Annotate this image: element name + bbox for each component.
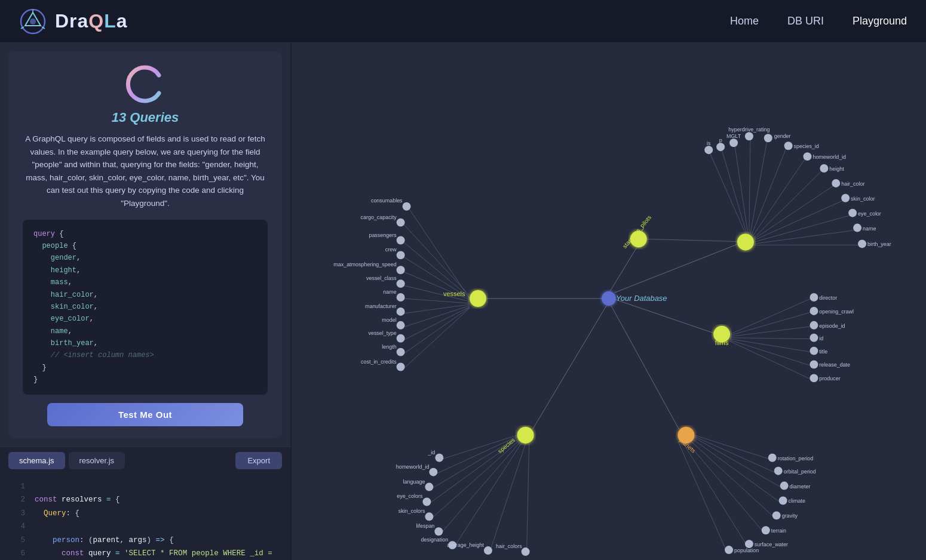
svg-point-40 xyxy=(397,334,405,343)
svg-text:homeworld_id: homeworld_id xyxy=(396,464,430,470)
tab-resolver[interactable]: resolver.js xyxy=(69,452,125,469)
svg-point-34 xyxy=(397,307,405,316)
logo-area: DraQLa xyxy=(19,8,730,35)
svg-point-160 xyxy=(779,496,787,504)
logo-icon xyxy=(19,8,47,35)
nav-db-uri[interactable]: DB URI xyxy=(787,15,824,27)
svg-point-58 xyxy=(810,321,818,330)
svg-point-55 xyxy=(810,307,818,315)
svg-text:manufacturer: manufacturer xyxy=(365,303,397,309)
svg-point-169 xyxy=(745,540,753,548)
svg-point-75 xyxy=(737,234,754,251)
svg-text:name: name xyxy=(863,226,876,232)
svg-point-43 xyxy=(397,348,405,356)
svg-point-7 xyxy=(602,291,616,306)
svg-text:terrain: terrain xyxy=(771,528,786,534)
nav-home[interactable]: Home xyxy=(730,15,759,27)
svg-text:_id: _id xyxy=(427,450,435,456)
svg-point-163 xyxy=(772,511,781,519)
svg-text:eye_colors: eye_colors xyxy=(397,493,423,499)
svg-text:vessel_class: vessel_class xyxy=(366,275,397,281)
svg-point-85 xyxy=(729,139,738,147)
svg-point-79 xyxy=(704,146,713,154)
svg-point-172 xyxy=(725,546,733,554)
svg-text:p: p xyxy=(719,137,722,143)
svg-text:cargo_capacity: cargo_capacity xyxy=(361,214,397,220)
svg-text:birth_year: birth_year xyxy=(867,241,891,247)
svg-text:population: population xyxy=(734,547,759,553)
svg-text:skin_color: skin_color xyxy=(851,196,875,202)
export-button[interactable]: Export xyxy=(235,452,282,469)
svg-text:gravity: gravity xyxy=(782,513,798,519)
code-editor: 1 2const resolvers = { 3 Query: { 4 5 pe… xyxy=(0,474,290,560)
left-panel: 13 Queries A GraphQL query is composed o… xyxy=(0,43,292,560)
svg-text:consumables: consumables xyxy=(371,198,403,204)
svg-point-94 xyxy=(784,141,793,150)
svg-point-13 xyxy=(403,202,411,211)
svg-point-124 xyxy=(429,468,437,476)
svg-text:is: is xyxy=(707,140,711,146)
svg-point-91 xyxy=(764,134,772,142)
graph-svg: Your Database vessels consumables cargo_… xyxy=(292,43,926,560)
svg-point-142 xyxy=(484,546,492,555)
tabs-row: schema.js resolver.js Export xyxy=(0,447,290,474)
test-me-out-button[interactable]: Test Me Out xyxy=(47,403,243,426)
svg-text:id: id xyxy=(819,336,823,341)
svg-text:Your Database: Your Database xyxy=(616,294,667,303)
nav-playground[interactable]: Playground xyxy=(853,15,907,27)
svg-point-88 xyxy=(745,132,753,140)
info-title: 13 Queries xyxy=(112,110,179,125)
code-example: query { people { gender, height, mass, h… xyxy=(23,220,268,395)
svg-text:language: language xyxy=(403,479,425,485)
svg-point-109 xyxy=(848,209,857,217)
graph-panel: Your Database vessels consumables cargo_… xyxy=(292,43,926,560)
tab-schema[interactable]: schema.js xyxy=(8,452,65,469)
svg-text:release_date: release_date xyxy=(819,362,850,368)
svg-text:passengers: passengers xyxy=(369,232,397,238)
svg-point-37 xyxy=(397,321,405,330)
svg-point-61 xyxy=(810,334,818,342)
svg-point-25 xyxy=(397,266,405,274)
svg-text:climate: climate xyxy=(789,498,805,504)
svg-text:producer: producer xyxy=(819,376,840,381)
svg-point-166 xyxy=(762,526,770,534)
svg-point-103 xyxy=(832,179,840,187)
svg-point-145 xyxy=(522,547,530,556)
svg-point-127 xyxy=(425,483,433,491)
svg-text:films: films xyxy=(715,339,729,346)
svg-point-151 xyxy=(768,454,777,462)
svg-point-16 xyxy=(397,219,405,227)
svg-point-130 xyxy=(422,497,431,506)
svg-text:model: model xyxy=(382,317,396,323)
svg-text:cost_in_credits: cost_in_credits xyxy=(361,359,397,365)
svg-point-133 xyxy=(425,512,433,521)
svg-text:surface_water: surface_water xyxy=(755,541,788,547)
svg-point-106 xyxy=(841,194,850,202)
info-description: A GraphQL query is composed of fields an… xyxy=(23,133,268,210)
svg-point-64 xyxy=(810,347,818,355)
svg-point-28 xyxy=(397,279,405,288)
svg-text:average_height: average_height xyxy=(447,542,484,548)
svg-point-9 xyxy=(470,290,486,307)
svg-text:director: director xyxy=(819,295,837,301)
main-nav: Home DB URI Playground xyxy=(730,15,907,27)
svg-point-100 xyxy=(820,164,828,173)
svg-text:crew: crew xyxy=(385,247,397,253)
svg-text:skin_colors: skin_colors xyxy=(398,508,425,514)
svg-text:species_id: species_id xyxy=(794,143,819,149)
svg-text:orbital_period: orbital_period xyxy=(784,469,816,475)
svg-point-46 xyxy=(397,363,405,371)
svg-point-97 xyxy=(803,152,811,161)
svg-text:title: title xyxy=(819,349,827,355)
svg-point-31 xyxy=(397,293,405,301)
svg-text:MGLT: MGLT xyxy=(726,133,741,139)
svg-text:episode_id: episode_id xyxy=(819,323,845,329)
svg-text:designation: designation xyxy=(421,537,449,543)
svg-text:vessel_type: vessel_type xyxy=(368,330,396,336)
svg-text:rotation_period: rotation_period xyxy=(778,456,814,461)
svg-text:diameter: diameter xyxy=(790,484,811,490)
logo-text: DraQLa xyxy=(55,10,128,32)
svg-point-70 xyxy=(810,374,818,382)
svg-text:homeworld_id: homeworld_id xyxy=(812,154,846,160)
svg-text:height: height xyxy=(829,166,844,172)
